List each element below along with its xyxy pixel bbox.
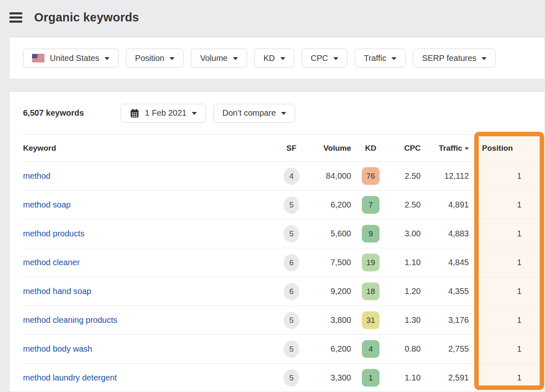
keyword-cell: method products — [23, 219, 277, 248]
kd-badge: 19 — [362, 254, 380, 271]
serp-features-badge: 6 — [284, 283, 299, 300]
table-row: method body wash56,20040.802,7551 — [23, 335, 545, 364]
position-cell: 1 — [475, 162, 545, 190]
keyword-link[interactable]: method — [23, 171, 51, 181]
traffic-cell: 2,755 — [425, 335, 475, 363]
keyword-cell: method — [23, 162, 277, 190]
keyword-cell: method laundry detergent — [23, 364, 277, 392]
keyword-link[interactable]: method products — [23, 229, 84, 238]
kd-badge: 9 — [362, 225, 380, 243]
keyword-cell: method cleaner — [23, 248, 277, 277]
keyword-cell: method soap — [23, 191, 277, 219]
serp-features-badge: 6 — [284, 254, 299, 271]
table-body: method484,000762.5012,1121method soap56,… — [23, 162, 545, 392]
kd-badge: 4 — [362, 340, 380, 358]
keyword-link[interactable]: method laundry detergent — [23, 373, 117, 383]
traffic-cell: 4,891 — [425, 191, 475, 219]
traffic-cell: 4,883 — [425, 219, 475, 248]
keyword-link[interactable]: method soap — [23, 200, 71, 210]
chevron-down-icon — [280, 57, 285, 60]
keyword-link[interactable]: method cleaner — [23, 258, 80, 267]
table-toolbar: 6,507 keywords 1 Feb 2021 Don’t compare — [9, 92, 545, 134]
keyword-link[interactable]: method hand soap — [23, 287, 91, 296]
sort-descending-icon — [465, 147, 469, 150]
keyword-cell: method body wash — [23, 335, 277, 363]
table-row: method soap56,20072.504,8911 — [23, 191, 545, 219]
filter-position-button[interactable]: Position — [126, 49, 184, 68]
kd-cell: 18 — [353, 277, 388, 306]
keyword-cell: method cleaning products — [23, 306, 277, 334]
kd-cell: 4 — [353, 335, 388, 363]
filter-traffic-button[interactable]: Traffic — [355, 49, 405, 68]
sf-cell: 5 — [277, 219, 306, 248]
keywords-table: Keyword SF Volume KD CPC Traffic Positio… — [23, 134, 545, 392]
serp-features-badge: 5 — [284, 225, 299, 243]
sf-cell: 4 — [277, 162, 306, 190]
filter-serp-features-button[interactable]: SERP features — [413, 49, 496, 68]
top-header: Organic keywords — [0, 0, 545, 35]
column-header-volume[interactable]: Volume — [306, 135, 353, 161]
sf-cell: 5 — [277, 191, 306, 219]
sf-cell: 5 — [277, 306, 306, 334]
column-header-cpc[interactable]: CPC — [388, 135, 425, 161]
sf-cell: 6 — [277, 248, 306, 277]
sf-cell: 6 — [277, 277, 306, 306]
keywords-panel: 6,507 keywords 1 Feb 2021 Don’t compare — [9, 91, 545, 392]
filter-volume-button[interactable]: Volume — [191, 49, 247, 68]
cpc-cell: 0.80 — [388, 335, 425, 363]
cpc-cell: 1.20 — [388, 277, 425, 306]
keyword-link[interactable]: method cleaning products — [23, 315, 117, 325]
serp-features-badge: 5 — [284, 312, 299, 329]
compare-mode-label: Don’t compare — [222, 108, 276, 118]
kd-badge: 31 — [362, 311, 380, 329]
serp-features-badge: 5 — [284, 196, 299, 214]
cpc-cell: 2.50 — [388, 191, 425, 219]
us-flag-icon — [32, 54, 44, 62]
table-row: method hand soap69,200181.204,3551 — [23, 277, 545, 306]
volume-cell: 5,600 — [306, 219, 353, 248]
position-cell: 1 — [475, 306, 545, 334]
column-header-kd[interactable]: KD — [353, 135, 388, 161]
column-header-sf[interactable]: SF — [277, 135, 306, 161]
kd-cell: 9 — [353, 219, 388, 248]
chevron-down-icon — [233, 57, 238, 60]
kd-cell: 7 — [353, 191, 388, 219]
compare-mode-button[interactable]: Don’t compare — [213, 104, 295, 123]
kd-badge: 76 — [362, 167, 380, 185]
serp-features-badge: 4 — [284, 168, 299, 185]
position-cell: 1 — [475, 191, 545, 219]
filter-cpc-button[interactable]: CPC — [302, 49, 347, 68]
table-row: method484,000762.5012,1121 — [23, 162, 545, 191]
cpc-cell: 1.10 — [388, 364, 425, 392]
traffic-cell: 2,591 — [425, 364, 475, 392]
table-row: method cleaning products53,800311.303,17… — [23, 306, 545, 335]
traffic-cell: 4,355 — [425, 277, 475, 306]
filter-country-button[interactable]: United States — [23, 49, 119, 68]
calendar-icon — [130, 108, 140, 118]
volume-cell: 3,800 — [306, 306, 353, 334]
cpc-cell: 3.00 — [388, 219, 425, 248]
filter-kd-button[interactable]: KD — [254, 49, 294, 68]
chevron-down-icon — [192, 112, 197, 115]
kd-badge: 18 — [362, 282, 380, 300]
column-header-traffic[interactable]: Traffic — [425, 135, 475, 161]
date-picker-label: 1 Feb 2021 — [145, 108, 186, 118]
keyword-link[interactable]: method body wash — [23, 344, 92, 354]
table-header-row: Keyword SF Volume KD CPC Traffic Positio… — [23, 135, 545, 162]
volume-cell: 84,000 — [306, 162, 353, 190]
serp-features-badge: 5 — [284, 341, 299, 358]
position-cell: 1 — [475, 364, 545, 392]
position-cell: 1 — [475, 277, 545, 306]
date-picker-button[interactable]: 1 Feb 2021 — [121, 104, 206, 123]
chevron-down-icon — [105, 57, 109, 60]
keyword-cell: method hand soap — [23, 277, 277, 306]
column-header-position[interactable]: Position — [475, 135, 545, 161]
filter-country-label: United States — [50, 54, 99, 63]
keywords-count: 6,507 keywords — [23, 108, 107, 118]
volume-cell: 6,200 — [306, 191, 353, 219]
sf-cell: 5 — [277, 335, 306, 363]
table-row: method products55,60093.004,8831 — [23, 219, 545, 248]
volume-cell: 6,200 — [306, 335, 353, 363]
column-header-keyword[interactable]: Keyword — [23, 135, 277, 161]
hamburger-menu-icon[interactable] — [9, 11, 23, 23]
